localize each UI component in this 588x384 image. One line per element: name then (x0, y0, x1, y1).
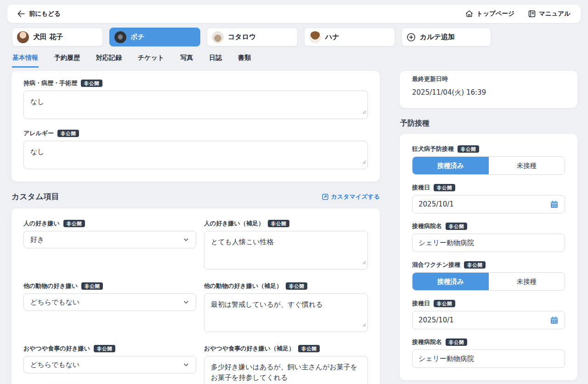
customize-link[interactable]: カスタマイズする (322, 193, 380, 201)
last-updated-value: 2025/11/04(火) 16:39 (412, 88, 565, 97)
resize-handle-icon[interactable] (362, 320, 366, 330)
private-badge: 非公開 (81, 282, 103, 290)
not-vaccinated-option[interactable]: 未接種 (489, 157, 565, 174)
vaccination-section-title: 予防接種 (400, 119, 577, 128)
avatar (114, 31, 126, 43)
basic-info-card: 持病・病歴・手術歴 非公開 なし アレルギー 非公開 なし (11, 71, 380, 182)
add-karte-button[interactable]: カルテ追加 (401, 28, 491, 46)
combo-vaccine-toggle: 接種済み 未接種 (412, 272, 565, 291)
allergy-label: アレルギー (23, 129, 54, 138)
pet-tab-row: 犬田 花子 ポチ コタロウ ハナ カルテ追加 (12, 28, 576, 46)
manual-label: マニュアル (539, 10, 571, 18)
pet-tab-owner[interactable]: 犬田 花子 (12, 28, 103, 46)
pet-tab-hana[interactable]: ハナ (304, 28, 395, 46)
rabies-vaccine-group: 狂犬病予防接種 非公開 接種済み 未接種 接種日 非公開 2025/10/1 (412, 145, 565, 252)
tab-support-records[interactable]: 対応記録 (96, 52, 122, 68)
chevron-down-icon (183, 236, 189, 243)
vaccinated-option[interactable]: 接種済み (413, 273, 489, 290)
people-preference-note-label: 人の好き嫌い（補足） (204, 219, 264, 228)
custom-section-title: カスタム項目 (11, 191, 59, 202)
top-page-label: トップページ (476, 10, 514, 18)
manual-link[interactable]: マニュアル (528, 10, 571, 18)
tab-photos[interactable]: 写真 (180, 52, 193, 68)
private-badge: 非公開 (286, 282, 307, 290)
customize-link-label: カスタマイズする (331, 193, 380, 201)
tab-diary[interactable]: 日誌 (209, 52, 222, 68)
vaccination-hospital-label: 接種病院名 (412, 338, 442, 346)
back-label: 前にもどる (29, 10, 61, 18)
avatar (309, 31, 321, 43)
rabies-vaccine-label: 狂犬病予防接種 (412, 145, 454, 153)
combo-vaccination-hospital-input[interactable]: シェリー動物病院 (412, 350, 565, 368)
custom-row: おやつや食事の好き嫌い 非公開 どちらでもない おやつや食事の好き嫌い（補足） … (23, 344, 368, 384)
private-badge: 非公開 (94, 345, 115, 353)
private-badge: 非公開 (446, 338, 467, 346)
food-preference-label: おやつや食事の好き嫌い (23, 344, 90, 353)
tab-tickets[interactable]: チケット (137, 52, 164, 68)
combo-vaccine-label: 混合ワクチン接種 (412, 261, 460, 269)
vaccination-hospital-label: 接種病院名 (412, 222, 442, 230)
vaccination-date-label: 接種日 (412, 299, 430, 308)
private-badge: 非公開 (81, 80, 102, 87)
private-badge: 非公開 (434, 184, 455, 192)
animals-preference-label: 他の動物の好き嫌い (23, 282, 78, 290)
custom-row: 人の好き嫌い 非公開 好き 人の好き嫌い（補足） 非公開 (23, 219, 368, 269)
pet-name: ポチ (130, 33, 145, 41)
animals-preference-select[interactable]: どちらでもない (23, 293, 196, 311)
animals-preference-note-label: 他の動物の好き嫌い（補足） (204, 282, 282, 290)
medical-history-label: 持病・病歴・手術歴 (23, 79, 77, 87)
combo-vaccination-date-input[interactable]: 2025/10/1 (412, 311, 565, 329)
last-updated-card: 最終更新日時 2025/11/04(火) 16:39 (400, 71, 577, 108)
vaccinated-option[interactable]: 接種済み (413, 157, 489, 174)
pet-name: 犬田 花子 (33, 33, 63, 41)
vaccination-card: 狂犬病予防接種 非公開 接種済み 未接種 接種日 非公開 2025/10/1 (400, 134, 577, 380)
not-vaccinated-option[interactable]: 未接種 (489, 273, 565, 290)
resize-handle-icon[interactable] (362, 257, 366, 268)
private-badge: 非公開 (57, 130, 79, 138)
record-tab-nav: 基本情報 予約履歴 対応記録 チケット 写真 日誌 書類 (12, 52, 576, 68)
vaccination-date-label: 接種日 (412, 183, 430, 192)
plus-circle-icon (407, 33, 416, 42)
back-button[interactable]: 前にもどる (17, 10, 61, 18)
add-karte-label: カルテ追加 (420, 33, 455, 41)
tab-basic-info[interactable]: 基本情報 (12, 52, 39, 68)
pet-tab-pochi[interactable]: ポチ (109, 28, 200, 46)
sidebar: 最終更新日時 2025/11/04(火) 16:39 予防接種 狂犬病予防接種 … (400, 71, 577, 380)
private-badge: 非公開 (268, 220, 289, 228)
food-preference-select[interactable]: どちらでもない (23, 356, 196, 373)
rabies-vaccine-toggle: 接種済み 未接種 (412, 156, 565, 175)
medical-history-textarea[interactable]: なし (23, 91, 368, 119)
arrow-left-icon (17, 11, 25, 17)
animals-preference-note-textarea[interactable]: 最初は警戒しているが、すぐ慣れる (204, 293, 368, 332)
rabies-vaccination-hospital-input[interactable]: シェリー動物病院 (412, 234, 565, 252)
private-badge: 非公開 (446, 223, 467, 230)
people-preference-note-textarea[interactable]: とても人懐こい性格 (204, 231, 368, 269)
people-preference-select[interactable]: 好き (23, 231, 196, 248)
content-area: 持病・病歴・手術歴 非公開 なし アレルギー 非公開 なし カスタム項 (0, 68, 588, 384)
food-preference-note-label: おやつや食事の好き嫌い（補足） (204, 344, 294, 353)
avatar (212, 31, 224, 43)
private-badge: 非公開 (434, 300, 455, 308)
top-page-link[interactable]: トップページ (465, 10, 514, 18)
resize-handle-icon[interactable] (362, 380, 366, 384)
tab-documents[interactable]: 書類 (237, 52, 251, 68)
chevron-down-icon (183, 361, 189, 368)
people-preference-label: 人の好き嫌い (23, 219, 60, 228)
pet-name: コタロウ (228, 33, 256, 41)
food-preference-note-textarea[interactable]: 多少好き嫌いはあるが、飼い主さんがお菓子をお菓子を持参してくれる (204, 356, 368, 384)
combo-vaccine-group: 混合ワクチン接種 非公開 接種済み 未接種 接種日 非公開 2025/10/1 (412, 261, 565, 368)
last-updated-label: 最終更新日時 (412, 75, 565, 83)
pet-tab-kotaro[interactable]: コタロウ (207, 28, 298, 46)
resize-handle-icon[interactable] (362, 157, 366, 167)
private-badge: 非公開 (464, 261, 486, 269)
main-column: 持病・病歴・手術歴 非公開 なし アレルギー 非公開 なし カスタム項 (11, 71, 380, 384)
calendar-icon[interactable] (550, 200, 559, 209)
pet-name: ハナ (325, 33, 339, 41)
calendar-icon[interactable] (550, 316, 559, 325)
tab-reservation-history[interactable]: 予約履歴 (54, 52, 80, 68)
home-icon (465, 10, 473, 17)
resize-handle-icon[interactable] (362, 107, 366, 117)
allergy-textarea[interactable]: なし (23, 141, 368, 169)
rabies-vaccination-date-input[interactable]: 2025/10/1 (412, 195, 565, 213)
book-icon (528, 10, 536, 17)
